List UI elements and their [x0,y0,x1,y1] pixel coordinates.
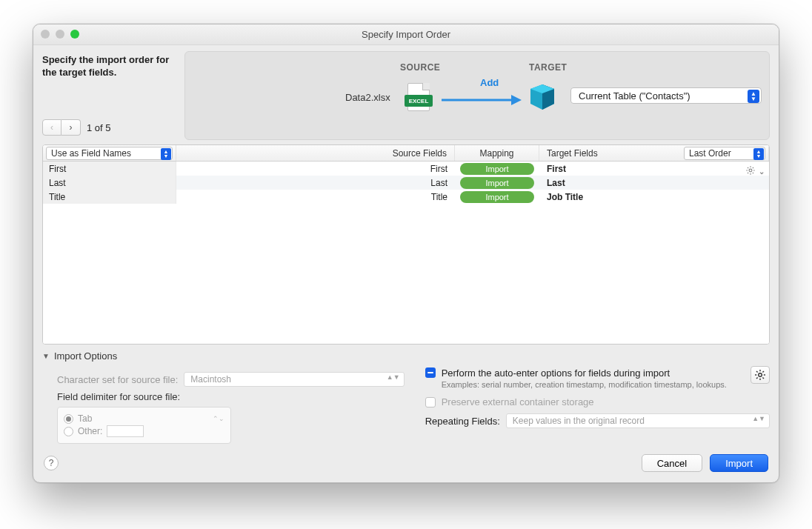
prev-record-button[interactable]: ‹ [42,119,61,136]
select-arrows-icon: ▲▼ [748,90,759,103]
mapping-pill[interactable]: Import [460,177,534,189]
target-table-select[interactable]: Current Table ("Contacts") ▲▼ [570,87,762,104]
target-heading: TARGET [529,62,567,73]
charset-select: Macintosh ▲▼ [184,372,404,387]
window-close-button[interactable] [41,30,50,39]
charset-label: Character set for source file: [57,374,178,385]
repeating-fields-label: Repeating Fields: [425,416,500,427]
gear-icon[interactable] [745,165,756,178]
record-counter: 1 of 5 [87,122,111,133]
svg-line-8 [753,172,753,173]
mapping-pill[interactable]: Import [460,163,534,175]
select-arrows-icon: ⌃⌄ [213,415,224,422]
preserve-storage-label: Preserve external container storage [442,396,594,407]
target-table-value: Current Table ("Contacts") [579,90,690,102]
svg-point-2 [749,169,752,172]
auto-enter-sub: Examples: serial number, creation timest… [442,380,727,389]
window-zoom-button[interactable] [70,30,79,39]
svg-line-7 [748,167,748,167]
target-field-cell: Job Title [539,192,769,202]
disclosure-triangle-icon[interactable]: ▼ [42,352,50,360]
auto-enter-options-button[interactable] [751,366,770,384]
select-arrows-icon: ▲▼ [752,416,765,422]
delimiter-other-radio [64,427,73,436]
next-record-button[interactable]: › [61,119,81,136]
col-header-source: Source Fields [176,145,455,161]
source-value-cell: Last [176,178,455,188]
delimiter-radio-group: Tab ⌃⌄ Other: [57,407,231,444]
import-button[interactable]: Import [710,454,768,472]
instruction-text: Specify the import order for the target … [42,54,179,79]
dialog-footer: ? Cancel Import [33,444,779,482]
svg-point-11 [759,373,762,377]
source-file-name: Data2.xlsx [345,92,390,103]
col-header-mapping: Mapping [455,145,539,161]
titlebar: Specify Import Order [33,24,779,45]
chevron-down-icon[interactable]: ⌄ [759,167,765,176]
add-mode-label: Add [480,77,499,88]
cancel-button[interactable]: Cancel [642,454,702,472]
field-order-select[interactable]: Last Order ▲▼ [684,147,765,160]
table-row[interactable]: Last Last Import Last [43,176,769,190]
window-title: Specify Import Order [362,29,450,40]
col-header-target: Target Fields [547,148,598,159]
help-button[interactable]: ? [44,456,59,470]
delimiter-tab-radio [64,414,73,424]
table-header: Use as Field Names ▲▼ Source Fields Mapp… [43,145,769,162]
repeating-fields-select: Keep values in the original record ▲▼ [506,413,770,428]
first-row-action-select[interactable]: Use as Field Names ▲▼ [46,147,173,160]
auto-enter-checkbox[interactable] [425,367,436,378]
dialog-window: Specify Import Order Specify the import … [33,24,779,483]
preserve-storage-checkbox [425,397,436,407]
source-target-banner: SOURCE TARGET Add Data2.xlsx EXCEL Curre… [184,51,770,140]
auto-enter-label: Perform the auto-enter options for field… [442,367,727,379]
delimiter-other-input [107,425,144,437]
mapping-pill[interactable]: Import [460,191,534,203]
svg-line-10 [748,172,748,173]
select-arrows-icon: ▲▼ [753,148,764,160]
select-arrows-icon: ▲▼ [387,375,400,380]
delimiter-label: Field delimiter for source file: [57,391,180,402]
svg-line-17 [762,377,764,379]
field-mapping-table: Use as Field Names ▲▼ Source Fields Mapp… [42,144,770,345]
window-minimize-button[interactable] [56,30,64,39]
svg-line-18 [762,371,764,373]
target-field-cell: Last [539,178,769,188]
excel-file-icon: EXCEL [407,83,430,111]
svg-line-16 [756,371,758,373]
table-row[interactable]: First First Import First ⌄ [43,162,769,176]
source-name-cell: Last [43,176,176,190]
arrow-icon[interactable] [440,93,522,107]
record-navigator: ‹ › 1 of 5 [42,119,111,136]
import-options-section: ▼ Import Options Character set for sourc… [42,350,770,444]
svg-line-19 [756,377,758,379]
table-row[interactable]: Title Title Import Job Title [43,190,769,204]
import-options-heading: Import Options [54,350,117,362]
source-heading: SOURCE [400,62,440,73]
select-arrows-icon: ▲▼ [161,148,171,160]
source-name-cell: Title [43,190,176,204]
filemaker-target-icon [528,81,557,111]
svg-line-9 [753,167,753,167]
source-value-cell: Title [176,192,455,202]
svg-marker-1 [511,95,522,105]
source-value-cell: First [176,164,455,174]
source-name-cell: First [43,162,176,176]
target-field-cell: First [547,164,566,174]
